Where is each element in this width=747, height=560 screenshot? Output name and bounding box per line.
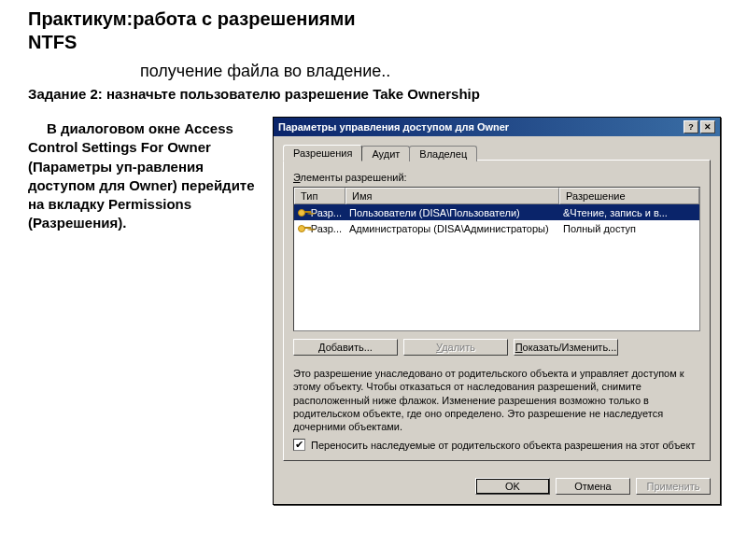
remove-button[interactable]: Удалить bbox=[403, 339, 508, 356]
key-icon bbox=[298, 223, 309, 233]
dialog-footer: OK Отмена Применить bbox=[274, 470, 720, 504]
inherit-label: Переносить наследуемые от родительского … bbox=[311, 440, 695, 451]
list-item[interactable]: Разр... Пользователи (DISA\Пользователи)… bbox=[294, 204, 699, 220]
add-button[interactable]: Добавить... bbox=[293, 339, 398, 356]
tab-owner[interactable]: Владелец bbox=[409, 146, 477, 161]
info-text: Это разрешение унаследовано от родительс… bbox=[293, 367, 700, 433]
instruction-text: В диалоговом окне Access Control Setting… bbox=[28, 119, 257, 233]
inherit-checkbox[interactable]: ✔ bbox=[293, 439, 305, 451]
tab-audit[interactable]: Аудит bbox=[361, 146, 410, 161]
tab-strip: Разрешения Аудит Владелец bbox=[283, 144, 711, 161]
tab-permissions[interactable]: Разрешения bbox=[283, 145, 362, 161]
permissions-panel: Элементы разрешений: Тип Имя Разрешение … bbox=[283, 160, 711, 461]
cancel-button[interactable]: Отмена bbox=[556, 478, 630, 495]
access-control-dialog: Параметры управления доступом для Owner … bbox=[273, 117, 721, 505]
col-type[interactable]: Тип bbox=[294, 188, 345, 204]
close-button[interactable]: ✕ bbox=[700, 120, 715, 133]
dialog-title: Параметры управления доступом для Owner bbox=[278, 121, 509, 133]
help-button[interactable]: ? bbox=[684, 120, 698, 133]
inherit-row[interactable]: ✔ Переносить наследуемые от родительског… bbox=[293, 439, 700, 451]
slide-subtitle: получение файла во владение.. bbox=[140, 62, 390, 81]
col-perm[interactable]: Разрешение bbox=[559, 188, 699, 204]
list-header[interactable]: Тип Имя Разрешение bbox=[294, 188, 699, 204]
titlebar-buttons: ? ✕ bbox=[684, 120, 715, 133]
view-edit-button[interactable]: Показать/Изменить... bbox=[514, 339, 618, 356]
slide-title: Практикум:работа с разрешениями NTFS bbox=[28, 7, 402, 54]
apply-button[interactable]: Применить bbox=[636, 478, 711, 495]
task-heading: Задание 2: назначьте пользователю разреш… bbox=[28, 86, 480, 102]
col-name[interactable]: Имя bbox=[345, 188, 559, 204]
permissions-list[interactable]: Тип Имя Разрешение Разр... Пользователи … bbox=[293, 187, 700, 331]
ok-button[interactable]: OK bbox=[475, 478, 550, 495]
key-icon bbox=[298, 207, 309, 217]
dialog-titlebar[interactable]: Параметры управления доступом для Owner … bbox=[274, 118, 720, 136]
elements-label: Элементы разрешений: bbox=[293, 172, 700, 183]
list-item[interactable]: Разр... Администраторы (DISA\Администрат… bbox=[294, 220, 699, 236]
